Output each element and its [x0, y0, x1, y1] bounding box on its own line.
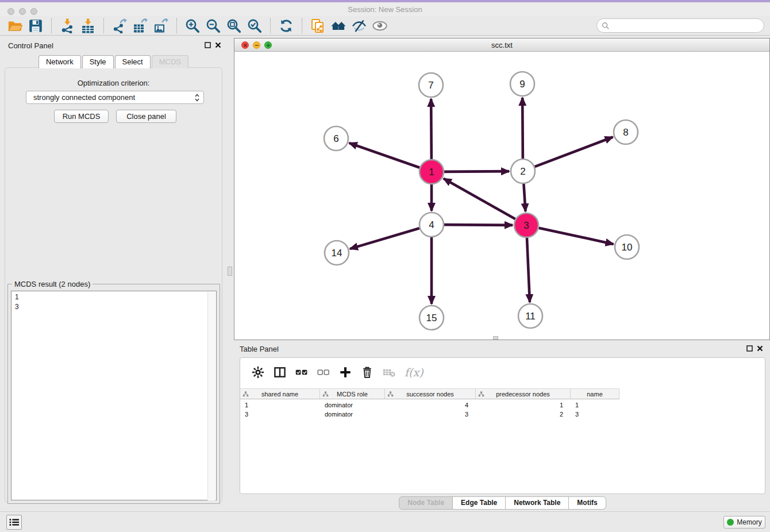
tab-mcds[interactable]: MCDS — [152, 55, 188, 68]
run-mcds-button[interactable]: Run MCDS — [54, 110, 109, 123]
select-all-icon[interactable] — [295, 365, 309, 379]
edge-1-6[interactable] — [349, 143, 420, 168]
network-resize-handle[interactable] — [493, 336, 498, 340]
memory-label: Memory — [737, 518, 761, 526]
delete-column-icon[interactable] — [360, 365, 374, 379]
import-table-icon[interactable] — [79, 18, 97, 34]
cell-predecessor-nodes[interactable]: 1 — [476, 400, 571, 410]
column-label: MCDS role — [337, 391, 368, 398]
column-header-shared-name[interactable]: shared name — [240, 389, 320, 399]
tab-network[interactable]: Network — [38, 55, 81, 68]
memory-status-icon — [727, 519, 734, 526]
edge-1-2[interactable] — [444, 171, 509, 172]
edge-3-10[interactable] — [538, 228, 613, 244]
cell-predecessor-nodes[interactable]: 2 — [476, 410, 571, 419]
cell-shared-name[interactable]: 3 — [240, 410, 320, 419]
node-label-7: 7 — [428, 80, 433, 91]
edge-4-3[interactable] — [444, 225, 513, 225]
cell-successor-nodes[interactable]: 3 — [385, 410, 476, 419]
edge-4-14[interactable] — [350, 228, 419, 249]
control-panel-tabs: NetworkStyleSelectMCDS — [0, 55, 227, 68]
panel-split-handle[interactable] — [228, 267, 232, 276]
table-row[interactable]: 3dominator323 — [240, 410, 619, 419]
zoom-out-icon[interactable] — [205, 18, 222, 34]
hide-visibility-icon[interactable] — [351, 18, 368, 34]
tab-network-table[interactable]: Network Table — [506, 496, 569, 510]
home-icon[interactable] — [330, 18, 347, 34]
zoom-fit-icon[interactable] — [225, 18, 242, 34]
list-icon — [9, 518, 20, 527]
control-panel-close-icon[interactable] — [215, 42, 221, 48]
table-panel-close-icon[interactable] — [757, 345, 763, 352]
control-panel-float-icon[interactable] — [205, 42, 211, 48]
tab-style[interactable]: Style — [82, 55, 114, 68]
open-file-icon[interactable] — [6, 18, 24, 34]
mcds-result-line: 1 — [15, 292, 213, 302]
network-canvas[interactable]: 7968124314101511 — [234, 52, 769, 337]
save-session-icon[interactable] — [27, 18, 44, 34]
criterion-select[interactable]: strongly connected component — [26, 91, 204, 104]
cell-shared-name[interactable]: 1 — [240, 400, 320, 410]
mcds-result-list[interactable]: 13 — [11, 291, 217, 500]
tab-edge-table[interactable]: Edge Table — [453, 496, 506, 510]
column-label: name — [587, 391, 603, 398]
task-history-button[interactable] — [6, 515, 22, 530]
node-label-10: 10 — [622, 242, 633, 253]
edge-2-9[interactable] — [522, 98, 523, 159]
mcds-result-scrollbar[interactable] — [207, 292, 215, 500]
table-panel-tabs: Node TableEdge TableNetwork TableMotifs — [240, 496, 765, 510]
hierarchy-icon — [387, 391, 394, 398]
column-header-MCDS-role[interactable]: MCDS role — [320, 389, 385, 399]
deselect-all-icon[interactable] — [317, 365, 330, 379]
export-table-icon[interactable] — [132, 18, 149, 34]
tab-motifs[interactable]: Motifs — [569, 496, 606, 510]
hierarchy-icon — [322, 391, 329, 398]
tab-node-table[interactable]: Node Table — [399, 496, 453, 510]
table-row[interactable]: 1dominator411 — [240, 400, 619, 410]
search-input[interactable] — [596, 18, 764, 33]
cell-MCDS-role[interactable]: dominator — [320, 400, 385, 410]
import-network-icon[interactable] — [59, 18, 76, 34]
column-header-name[interactable]: name — [571, 389, 619, 399]
node-label-6: 6 — [333, 133, 338, 144]
edge-3-1[interactable] — [444, 179, 515, 219]
export-image-icon[interactable] — [152, 18, 170, 34]
criterion-value: strongly connected component — [33, 93, 135, 102]
column-label: successor nodes — [406, 391, 454, 398]
edge-2-8[interactable] — [535, 137, 613, 167]
node-label-3: 3 — [523, 220, 529, 231]
clone-network-icon[interactable] — [309, 18, 326, 34]
node-table: f(x) shared nameMCDS rolesuccessor nodes… — [240, 357, 765, 494]
column-header-successor-nodes[interactable]: successor nodes — [385, 389, 476, 399]
node-label-14: 14 — [332, 248, 342, 259]
memory-button[interactable]: Memory — [723, 516, 765, 529]
search-icon — [602, 22, 610, 30]
refresh-icon[interactable] — [278, 18, 295, 34]
cell-MCDS-role[interactable]: dominator — [320, 410, 385, 419]
column-label: shared name — [261, 391, 298, 398]
cell-name[interactable]: 1 — [571, 400, 619, 410]
node-label-15: 15 — [426, 313, 437, 323]
network-window-title: scc.txt — [234, 41, 769, 49]
edge-1-7[interactable] — [431, 99, 432, 159]
export-network-icon[interactable] — [111, 18, 128, 34]
settings-icon[interactable] — [251, 365, 265, 379]
close-panel-button[interactable]: Close panel — [116, 110, 176, 123]
toolbar-separator — [302, 18, 302, 33]
table-panel-float-icon[interactable] — [746, 345, 753, 352]
edge-2-3[interactable] — [523, 184, 525, 211]
zoom-in-icon[interactable] — [184, 18, 201, 34]
split-panel-icon[interactable] — [273, 365, 287, 379]
edge-3-11[interactable] — [527, 238, 530, 302]
network-window-titlebar[interactable]: scc.txt — [234, 38, 769, 52]
node-label-11: 11 — [525, 311, 536, 322]
zoom-selected-icon[interactable] — [246, 18, 263, 34]
cell-successor-nodes[interactable]: 4 — [385, 400, 476, 410]
add-column-icon[interactable] — [338, 365, 352, 379]
cell-name[interactable]: 3 — [571, 410, 619, 419]
mcds-result-line: 3 — [15, 302, 213, 312]
tab-select[interactable]: Select — [115, 55, 151, 68]
show-visibility-icon[interactable] — [371, 18, 388, 34]
node-label-9: 9 — [519, 79, 525, 90]
column-header-predecessor-nodes[interactable]: predecessor nodes — [476, 389, 571, 399]
